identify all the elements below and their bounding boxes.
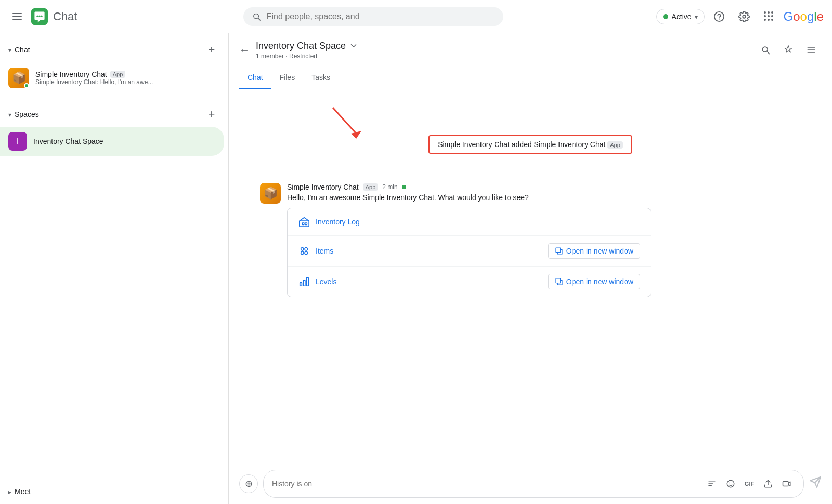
content-header: ← Inventory Chat Space 1 member · Restri… — [229, 33, 832, 67]
space-name-heading: Inventory Chat Space — [256, 41, 749, 51]
emoji-button[interactable] — [722, 475, 739, 492]
svg-rect-21 — [307, 278, 309, 286]
tab-files[interactable]: Files — [271, 67, 304, 89]
message-text: Hello, I'm an awesome Simple Inventory C… — [287, 193, 801, 202]
levels-text: Levels — [316, 277, 336, 286]
spaces-chevron-icon — [8, 110, 11, 118]
svg-line-9 — [333, 108, 356, 134]
svg-point-17 — [305, 251, 308, 255]
search-content-button[interactable] — [755, 39, 776, 60]
avatar: 📦 — [8, 68, 29, 88]
message-app-badge: App — [363, 183, 379, 191]
chat-list-button[interactable] — [801, 39, 822, 60]
meet-label: Meet — [15, 487, 31, 496]
svg-point-24 — [729, 483, 730, 484]
chat-item-info: Simple Inventory Chat App Simple Invento… — [35, 70, 216, 86]
levels-label[interactable]: Levels — [298, 275, 548, 288]
chat-item-preview: Simple Inventory Chat: Hello, I'm an awe… — [35, 78, 216, 86]
system-message: Simple Inventory Chat added Simple Inven… — [428, 135, 632, 154]
google-logo: Google — [784, 9, 824, 24]
header-actions — [755, 39, 822, 60]
hamburger-menu[interactable] — [8, 9, 26, 24]
main-layout: Chat + 📦 Simple Inventory Chat App Simpl… — [0, 33, 832, 504]
chat-item-name: Simple Inventory Chat App — [35, 70, 216, 78]
svg-point-15 — [305, 248, 308, 251]
grid-icon — [764, 11, 774, 22]
status-button[interactable]: Active — [656, 9, 704, 24]
send-button[interactable] — [809, 476, 822, 492]
online-indicator — [24, 83, 29, 88]
format-text-button[interactable] — [704, 475, 720, 492]
svg-rect-20 — [303, 280, 305, 286]
sidebar-item-inventory-chat-space[interactable]: I Inventory Chat Space — [0, 127, 224, 156]
levels-icon — [298, 275, 310, 288]
input-tools: GIF — [704, 475, 795, 492]
status-label: Active — [671, 12, 691, 21]
message-avatar: 📦 — [260, 183, 281, 204]
space-name-label: Inventory Chat Space — [33, 137, 103, 145]
app-badge: App — [110, 71, 126, 78]
add-chat-button[interactable]: + — [203, 42, 220, 58]
svg-marker-10 — [351, 131, 361, 139]
spaces-section-header[interactable]: Spaces + — [0, 102, 228, 127]
svg-rect-13 — [305, 223, 307, 225]
topbar-left: Chat — [8, 8, 237, 25]
search-input[interactable] — [267, 12, 495, 21]
add-space-button[interactable]: + — [203, 106, 220, 123]
chat-area: Simple Inventory Chat added Simple Inven… — [229, 89, 832, 463]
message-body: Simple Inventory Chat App 2 min Hello, I… — [287, 183, 801, 297]
red-arrow-icon — [322, 105, 374, 141]
content-area: ← Inventory Chat Space 1 member · Restri… — [229, 33, 832, 504]
card-row-inventory-log[interactable]: Inventory Log — [288, 208, 651, 236]
dropdown-chevron-icon[interactable] — [349, 41, 358, 50]
help-button[interactable] — [709, 6, 730, 27]
tab-tasks[interactable]: Tasks — [303, 67, 339, 89]
search-bar[interactable] — [243, 7, 503, 26]
card-row-levels[interactable]: Levels Open in new window — [288, 267, 651, 297]
message-input[interactable] — [272, 480, 698, 488]
levels-open-new-window-button[interactable]: Open in new window — [548, 274, 640, 289]
meet-section-header[interactable]: Meet — [8, 483, 220, 500]
svg-rect-12 — [302, 223, 304, 225]
spaces-section-title: Spaces — [8, 110, 39, 118]
chat-logo-icon — [31, 8, 48, 25]
attach-button[interactable]: ⊕ — [239, 474, 258, 493]
apps-button[interactable] — [759, 6, 779, 27]
input-area: ⊕ GIF — [229, 463, 832, 504]
status-chevron-icon — [695, 12, 698, 21]
inventory-log-label[interactable]: Inventory Log — [298, 216, 640, 228]
space-name-row: Inventory Chat Space 1 member · Restrict… — [256, 41, 749, 60]
inventory-log-text: Inventory Log — [316, 218, 360, 226]
svg-point-25 — [732, 483, 733, 484]
svg-rect-22 — [556, 278, 561, 283]
tab-chat[interactable]: Chat — [239, 67, 271, 89]
meet-chevron-icon — [8, 487, 11, 496]
message-container: 📦 Simple Inventory Chat App 2 min Hello,… — [260, 183, 801, 297]
video-button[interactable] — [778, 475, 795, 492]
search-icon — [252, 11, 262, 22]
chat-list-item[interactable]: 📦 Simple Inventory Chat App Simple Inven… — [0, 62, 224, 94]
settings-button[interactable] — [734, 6, 755, 27]
sidebar: Chat + 📦 Simple Inventory Chat App Simpl… — [0, 33, 229, 504]
items-label[interactable]: Items — [298, 245, 548, 257]
back-button[interactable]: ← — [239, 44, 250, 56]
message-input-box[interactable]: GIF — [263, 470, 804, 498]
message-header: Simple Inventory Chat App 2 min — [287, 183, 801, 191]
pin-button[interactable] — [778, 39, 799, 60]
items-open-new-window-button[interactable]: Open in new window — [548, 243, 640, 259]
app-title: Chat — [53, 10, 77, 23]
svg-rect-8 — [808, 52, 815, 53]
svg-point-14 — [301, 248, 304, 251]
chat-section-header[interactable]: Chat + — [0, 37, 228, 62]
gif-button[interactable]: GIF — [741, 475, 758, 492]
svg-rect-19 — [300, 283, 302, 286]
svg-rect-6 — [808, 47, 815, 48]
system-app-badge: App — [607, 141, 623, 149]
upload-button[interactable] — [760, 475, 776, 492]
message-sender: Simple Inventory Chat — [287, 183, 359, 191]
message-time: 2 min — [382, 183, 397, 191]
svg-rect-7 — [808, 49, 815, 50]
svg-point-2 — [38, 15, 40, 17]
card-row-items[interactable]: Items Open in new window — [288, 236, 651, 267]
chat-section-title: Chat — [8, 46, 30, 54]
